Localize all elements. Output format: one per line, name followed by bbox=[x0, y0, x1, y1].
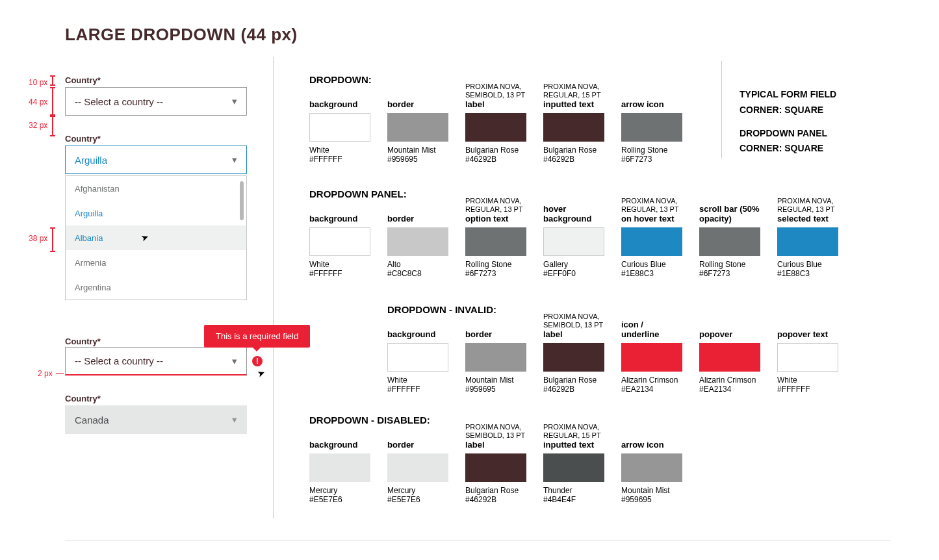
dropdown-active[interactable]: Arguilla ▾ bbox=[65, 146, 247, 174]
swatch: borderAlto#C8C8C8 bbox=[387, 199, 448, 278]
swatch-color-name: Alto bbox=[387, 260, 448, 269]
swatch-color-name: Rolling Stone bbox=[699, 260, 760, 269]
swatch-color-name: Mountain Mist bbox=[387, 146, 448, 155]
field-label: Country* bbox=[65, 75, 101, 85]
swatch-label: border bbox=[387, 214, 448, 223]
dropdown-disabled: Canada ▾ bbox=[65, 405, 247, 434]
chevron-down-icon: ▾ bbox=[232, 414, 237, 426]
swatch-color-name: Mountain Mist bbox=[465, 375, 526, 385]
swatch-chip bbox=[465, 453, 526, 482]
swatch: PROXIMA NOVA, REGULAR, 13 PTselected tex… bbox=[777, 199, 838, 278]
anno-line bbox=[56, 373, 64, 374]
section-title: DROPDOWN - INVALID: bbox=[387, 304, 496, 315]
dropdown-option[interactable]: Arguilla bbox=[66, 201, 246, 225]
swatch-chip bbox=[465, 227, 526, 256]
swatch-label: arrow icon bbox=[621, 440, 682, 450]
swatch-label: background bbox=[309, 99, 370, 109]
swatch-chip bbox=[309, 453, 370, 482]
swatch-hex: #FFFFFF bbox=[309, 269, 370, 278]
swatch-label: background bbox=[309, 440, 370, 450]
swatch-chip bbox=[309, 113, 370, 142]
swatch-chip bbox=[699, 343, 760, 372]
swatch: PROXIMA NOVA, REGULAR, 13 PTon hover tex… bbox=[621, 199, 682, 278]
swatch-hex: #EA2134 bbox=[699, 385, 760, 394]
dropdown-option[interactable]: Albania ➤ bbox=[66, 225, 246, 250]
swatch-font: PROXIMA NOVA, REGULAR, 13 PT bbox=[621, 197, 682, 214]
swatch-hex: #6F7273 bbox=[699, 269, 760, 278]
section-title: DROPDOWN - DISABLED: bbox=[309, 414, 430, 426]
swatch: backgroundMercury#E5E7E6 bbox=[309, 425, 370, 504]
chevron-down-icon: ▾ bbox=[232, 154, 237, 166]
swatch-chip bbox=[777, 343, 838, 372]
swatch: PROXIMA NOVA, REGULAR, 15 PTinputted tex… bbox=[543, 425, 604, 504]
field-label: Country* bbox=[65, 134, 101, 144]
dropdown-value: Canada bbox=[75, 414, 109, 426]
dropdown-invalid[interactable]: -- Select a country -- ▾ bbox=[65, 347, 247, 375]
swatch-label: option text bbox=[465, 214, 526, 223]
dropdown-option[interactable]: Afghanistan bbox=[66, 176, 246, 201]
swatch-color-name: Rolling Stone bbox=[465, 260, 526, 269]
swatch-chip bbox=[621, 227, 682, 256]
swatch-hex: #959695 bbox=[465, 385, 526, 394]
anno-10px: 10 px bbox=[29, 78, 47, 87]
swatch: borderMercury#E5E7E6 bbox=[387, 425, 448, 504]
swatch: icon / underlineAlizarin Crimson#EA2134 bbox=[621, 314, 682, 394]
anno-38px: 38 px bbox=[29, 234, 47, 243]
anno-bar bbox=[52, 75, 53, 86]
swatch-font: PROXIMA NOVA, REGULAR, 15 PT bbox=[543, 423, 604, 440]
swatch-font: PROXIMA NOVA, REGULAR, 13 PT bbox=[777, 197, 838, 214]
swatch-hex: #46292B bbox=[543, 385, 604, 394]
swatch-label: background bbox=[387, 329, 448, 339]
swatch-row: backgroundWhite#FFFFFFborderAlto#C8C8C8P… bbox=[309, 199, 838, 278]
dropdown-placeholder: -- Select a country -- bbox=[75, 355, 163, 366]
swatch-color-name: Curious Blue bbox=[777, 260, 838, 269]
cursor-icon: ➤ bbox=[140, 231, 151, 243]
swatch-font: PROXIMA NOVA, REGULAR, 13 PT bbox=[465, 197, 526, 214]
swatch: popover textWhite#FFFFFF bbox=[777, 314, 838, 394]
cursor-icon: ➤ bbox=[256, 366, 267, 379]
swatch-font: PROXIMA NOVA, SEMIBOLD, 13 PT bbox=[465, 83, 526, 99]
swatch-hex: #EFF0F0 bbox=[543, 269, 604, 278]
swatch: PROXIMA NOVA, REGULAR, 15 PTinputted tex… bbox=[543, 84, 604, 164]
swatch-chip bbox=[543, 227, 604, 256]
dropdown-placeholder: -- Select a country -- bbox=[75, 96, 163, 107]
swatch-label: arrow icon bbox=[621, 99, 682, 109]
swatch-chip bbox=[621, 343, 682, 372]
swatch: hover backgroundGallery#EFF0F0 bbox=[543, 199, 604, 278]
swatch-chip bbox=[465, 113, 526, 142]
anno-44px: 44 px bbox=[29, 97, 47, 107]
swatch-label: on hover text bbox=[621, 214, 682, 223]
field-label: Country* bbox=[65, 394, 101, 403]
dropdown-default[interactable]: -- Select a country -- ▾ bbox=[65, 87, 247, 116]
swatch: scroll bar (50% opacity)Rolling Stone#6F… bbox=[699, 199, 760, 278]
dropdown-option[interactable]: Armenia bbox=[66, 250, 246, 275]
swatch-color-name: Thunder bbox=[543, 486, 604, 495]
swatch-hex: #6F7273 bbox=[621, 155, 682, 164]
swatch-hex: #46292B bbox=[465, 495, 526, 504]
swatch-label: selected text bbox=[777, 214, 838, 223]
swatch-label: label bbox=[543, 329, 604, 339]
vertical-divider bbox=[273, 57, 274, 518]
chevron-down-icon: ▾ bbox=[232, 95, 237, 107]
swatch-hex: #C8C8C8 bbox=[387, 269, 448, 278]
swatch-row: backgroundWhite#FFFFFFborderMountain Mis… bbox=[309, 84, 682, 164]
field-label: Country* bbox=[65, 337, 101, 346]
swatch-label: border bbox=[387, 99, 448, 109]
section-title: DROPDOWN PANEL: bbox=[309, 188, 407, 199]
dropdown-option[interactable]: Argentina bbox=[66, 275, 246, 299]
swatch-color-name: Mercury bbox=[387, 486, 448, 495]
dropdown-panel: Afghanistan Arguilla Albania ➤ Armenia A… bbox=[65, 175, 247, 300]
swatch-hex: #46292B bbox=[543, 155, 604, 164]
horizontal-rule bbox=[65, 541, 890, 541]
option-label: Albania bbox=[75, 233, 103, 243]
swatch-label: scroll bar (50% opacity) bbox=[699, 204, 760, 223]
swatch-chip bbox=[387, 453, 448, 482]
swatch: popoverAlizarin Crimson#EA2134 bbox=[699, 314, 760, 394]
swatch-color-name: Alizarin Crimson bbox=[621, 375, 682, 385]
swatch: PROXIMA NOVA, SEMIBOLD, 13 PTlabelBulgar… bbox=[543, 314, 604, 394]
corner-note: TYPICAL FORM FIELD CORNER: SQUARE DROPDO… bbox=[740, 87, 836, 157]
error-popover: This is a required field bbox=[204, 325, 310, 348]
swatch-color-name: Mercury bbox=[309, 486, 370, 495]
swatch: PROXIMA NOVA, SEMIBOLD, 13 PTlabelBulgar… bbox=[465, 425, 526, 504]
swatch-hex: #E5E7E6 bbox=[387, 495, 448, 504]
